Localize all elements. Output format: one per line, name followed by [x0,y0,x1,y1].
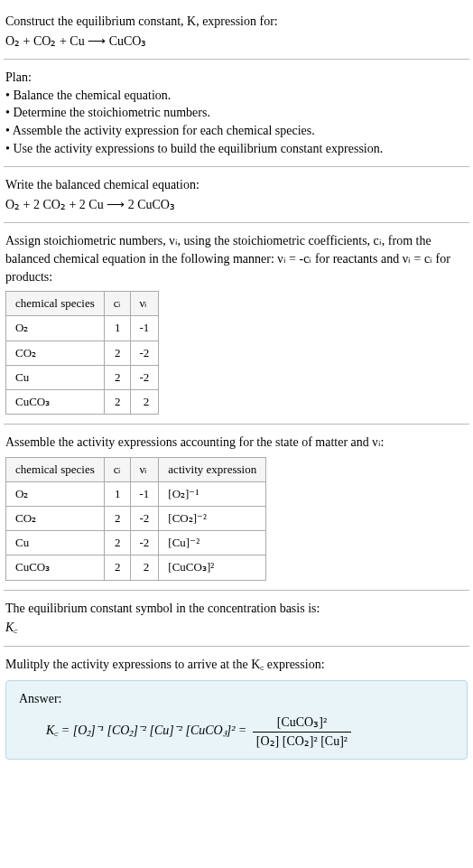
table-cell: Cu [6,365,105,389]
table-header: chemical species [6,457,105,481]
table-cell: -2 [130,341,159,365]
table-row: Cu 2 -2 [Cu]⁻² [6,531,266,555]
table-row: O₂ 1 -1 [6,316,159,341]
table-row: CuCO₃ 2 2 [6,389,159,414]
table-row: O₂ 1 -1 [O₂]⁻¹ [6,481,266,506]
fraction-numerator: [CuCO₃]² [253,714,351,732]
fraction-denominator: [O₂] [CO₂]² [Cu]² [253,732,351,751]
table-header-row: chemical species cᵢ νᵢ [6,292,159,316]
divider [4,424,469,425]
table-cell: CO₂ [6,341,105,365]
multiply-section: Mulitply the activity expressions to arr… [4,650,469,765]
activity-table: chemical species cᵢ νᵢ activity expressi… [5,457,266,581]
table-cell: 2 [104,365,130,389]
table-header: cᵢ [104,457,130,481]
answer-fraction: [CuCO₃]² [O₂] [CO₂]² [Cu]² [253,714,351,750]
table-cell: Cu [6,531,105,555]
plan-bullet: • Balance the chemical equation. [5,87,468,105]
answer-expression: K꜀ = [O₂]⁻¹ [CO₂]⁻² [Cu]⁻² [CuCO₃]² = [C… [46,714,454,750]
stoich-table: chemical species cᵢ νᵢ O₂ 1 -1 CO₂ 2 -2 … [5,291,159,415]
table-row: Cu 2 -2 [6,365,159,389]
answer-box: Answer: K꜀ = [O₂]⁻¹ [CO₂]⁻² [Cu]⁻² [CuCO… [5,680,468,760]
table-cell: 1 [104,481,130,506]
table-cell: [CO₂]⁻² [159,507,266,531]
answer-label: Answer: [19,690,454,708]
table-header: cᵢ [104,292,130,316]
table-cell: CO₂ [6,507,105,531]
divider [4,222,469,223]
table-cell: -1 [130,481,159,506]
table-cell: -1 [130,316,159,341]
table-row: CuCO₃ 2 2 [CuCO₃]² [6,555,266,580]
table-cell: CuCO₃ [6,555,105,580]
plan-bullet: • Assemble the activity expression for e… [5,122,468,140]
answer-lhs: K꜀ = [O₂]⁻¹ [CO₂]⁻² [Cu]⁻² [CuCO₃]² = [46,723,250,737]
table-cell: -2 [130,507,159,531]
divider [4,59,469,60]
divider [4,166,469,167]
table-cell: 2 [104,555,130,580]
table-cell: -2 [130,365,159,389]
table-cell: 2 [104,389,130,414]
table-row: CO₂ 2 -2 [CO₂]⁻² [6,507,266,531]
table-cell: 2 [130,555,159,580]
activity-section: Assemble the activity expressions accoun… [4,428,469,586]
table-header-row: chemical species cᵢ νᵢ activity expressi… [6,457,266,481]
table-cell: O₂ [6,481,105,506]
stoich-section: Assign stoichiometric numbers, νᵢ, using… [4,227,469,420]
table-cell: CuCO₃ [6,389,105,414]
table-cell: 2 [130,389,159,414]
header-section: Construct the equilibrium constant, K, e… [4,7,469,55]
plan-bullet: • Use the activity expressions to build … [5,140,468,158]
stoich-text: Assign stoichiometric numbers, νᵢ, using… [5,232,468,285]
table-header: chemical species [6,292,105,316]
divider [4,590,469,591]
table-cell: 2 [104,507,130,531]
balanced-section: Write the balanced chemical equation: O₂… [4,171,469,219]
table-header: activity expression [159,457,266,481]
table-cell: 2 [104,341,130,365]
table-cell: [O₂]⁻¹ [159,481,266,506]
table-cell: [CuCO₃]² [159,555,266,580]
table-cell: O₂ [6,316,105,341]
divider [4,646,469,647]
table-header: νᵢ [130,292,159,316]
header-line1: Construct the equilibrium constant, K, e… [5,13,468,31]
table-cell: [Cu]⁻² [159,531,266,555]
activity-title: Assemble the activity expressions accoun… [5,434,468,452]
table-header: νᵢ [130,457,159,481]
symbol-section: The equilibrium constant symbol in the c… [4,594,469,642]
table-cell: 1 [104,316,130,341]
symbol-title: The equilibrium constant symbol in the c… [5,600,468,618]
table-row: CO₂ 2 -2 [6,341,159,365]
balanced-title: Write the balanced chemical equation: [5,176,468,194]
table-cell: -2 [130,531,159,555]
plan-bullet: • Determine the stoichiometric numbers. [5,104,468,122]
plan-section: Plan: • Balance the chemical equation. •… [4,63,469,163]
header-equation: O₂ + CO₂ + Cu ⟶ CuCO₃ [5,33,468,51]
table-cell: 2 [104,531,130,555]
symbol-value: K꜀ [5,619,468,637]
multiply-title: Mulitply the activity expressions to arr… [5,656,468,674]
plan-title: Plan: [5,69,468,87]
balanced-equation: O₂ + 2 CO₂ + 2 Cu ⟶ 2 CuCO₃ [5,196,468,214]
